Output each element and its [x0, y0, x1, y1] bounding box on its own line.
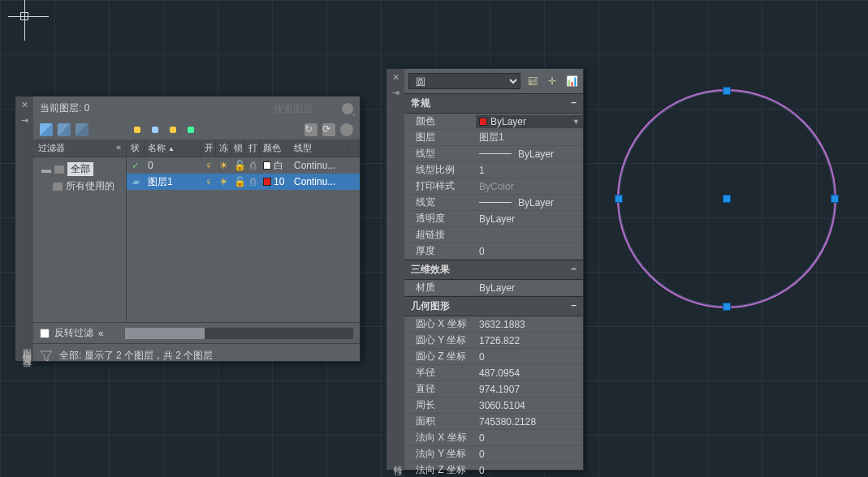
section-geometry[interactable]: 几何图形 – [404, 296, 583, 316]
object-type-dropdown[interactable]: 圆 [408, 73, 520, 89]
prop-row-ltscale[interactable]: 线型比例1 [404, 162, 583, 178]
printer-icon[interactable]: ⎙ [245, 176, 260, 187]
quick-calc-icon[interactable]: 📊 [564, 74, 579, 88]
props-panel-title: 特性 [386, 458, 404, 462]
pin-icon[interactable]: ⇥ [21, 115, 28, 126]
prop-row-normalz[interactable]: 法向 Z 坐标0 [404, 462, 583, 477]
prop-row-transparency[interactable]: 透明度ByLayer [404, 211, 583, 227]
settings-icon[interactable] [340, 123, 353, 136]
close-icon[interactable]: ✕ [392, 72, 399, 83]
layer-state-icon-1[interactable] [131, 123, 144, 136]
tree-used-label: 所有使用的 [66, 179, 114, 193]
layer-panel-titlebar[interactable]: ✕ ⇥ [15, 97, 33, 361]
quick-select-icon[interactable]: 🗟 [525, 74, 540, 88]
prop-row-material[interactable]: 材质ByLayer [404, 280, 583, 296]
prop-row-diameter[interactable]: 直径974.1907 [404, 381, 583, 398]
grip-top[interactable] [723, 87, 731, 95]
prop-row-thickness[interactable]: 厚度0 [404, 243, 583, 260]
prop-row-centery[interactable]: 圆心 Y 坐标1726.822 [404, 333, 583, 349]
bulb-icon[interactable]: ♀ [201, 160, 216, 171]
prop-row-circumference[interactable]: 周长3060.5104 [404, 398, 583, 414]
prop-row-linetype[interactable]: 线型ByLayer [404, 146, 583, 162]
tree-all-label: 全部 [67, 162, 93, 176]
filter-collapse-icon[interactable]: « [116, 142, 121, 154]
new-layer-vp-icon[interactable] [58, 123, 71, 136]
layer-name: 图层1 [145, 175, 201, 189]
bulb-icon[interactable]: ♀ [201, 176, 216, 187]
col-lock[interactable]: 锁 [231, 140, 245, 157]
layer-row[interactable]: ✓ 0 ♀ ☀ 🔓 ⎙ 白 Continu... [127, 157, 360, 174]
close-icon[interactable]: ✕ [21, 100, 28, 110]
current-layer-label: 当前图层: 0 [40, 101, 89, 115]
section-general[interactable]: 常规 – [404, 93, 583, 114]
tree-used[interactable]: 所有使用的 [37, 178, 123, 195]
prop-row-centerz[interactable]: 圆心 Z 坐标0 [404, 349, 583, 365]
prop-row-lineweight[interactable]: 线宽ByLayer [404, 195, 583, 211]
canvas-circle-selection[interactable] [617, 89, 836, 308]
line-sample-icon [479, 202, 512, 203]
toggle-icon[interactable]: ⟳ [322, 123, 335, 136]
col-plot[interactable]: 打 [245, 140, 260, 157]
lock-icon[interactable]: 🔓 [231, 176, 245, 187]
layer-properties-panel: ✕ ⇥ 图层特性管理器 当前图层: 0 ↻ ⟳ 过滤器 « [32, 96, 361, 362]
invert-filter-checkbox[interactable] [40, 329, 50, 338]
prop-row-centerx[interactable]: 圆心 X 坐标3632.1883 [404, 316, 583, 333]
color-swatch[interactable] [263, 178, 271, 186]
prop-row-normaly[interactable]: 法向 Y 坐标0 [404, 446, 583, 462]
prop-row-hyperlink[interactable]: 超链接 [404, 227, 583, 243]
filter-column: 过滤器 « ▬ 全部 所有使用的 [33, 140, 127, 322]
invert-collapse-icon[interactable]: « [98, 328, 104, 339]
col-status[interactable]: 状 [127, 140, 145, 157]
linetype-value[interactable]: Continu... [291, 160, 348, 171]
prop-row-area[interactable]: 面积745380.2128 [404, 414, 583, 430]
section-3d-effects[interactable]: 三维效果 – [404, 260, 583, 280]
folder-icon [54, 165, 64, 174]
collapse-icon[interactable]: – [571, 263, 577, 277]
layer-search-input[interactable] [274, 103, 339, 114]
sun-icon[interactable]: ☀ [216, 160, 231, 171]
search-icon[interactable] [342, 103, 353, 114]
props-panel-titlebar[interactable]: ✕ ⇥ [386, 69, 404, 470]
linetype-value[interactable]: Continu... [291, 176, 348, 187]
refresh-icon[interactable]: ↻ [304, 123, 317, 136]
grip-bottom[interactable] [723, 303, 731, 311]
folder-icon [53, 183, 63, 191]
col-on[interactable]: 开 [201, 140, 216, 157]
layer-name: 0 [145, 160, 201, 171]
tree-root[interactable]: ▬ 全部 [37, 161, 123, 178]
layer-state-icon-2[interactable] [149, 123, 162, 136]
layer-row[interactable]: ▰ 图层1 ♀ ☀ 🔓 ⎙ 10 Continu... [127, 174, 360, 190]
col-color[interactable]: 颜色 [260, 140, 291, 157]
col-freeze[interactable]: 冻 [216, 140, 231, 157]
horizontal-scrollbar[interactable] [125, 328, 353, 339]
layer-status-icon: ▰ [132, 176, 140, 187]
circle-entity[interactable] [617, 89, 836, 308]
chevron-down-icon[interactable]: ▼ [572, 118, 580, 126]
prop-row-layer[interactable]: 图层图层1 [404, 130, 583, 146]
delete-layer-icon[interactable] [76, 123, 89, 136]
check-icon: ✓ [132, 160, 140, 171]
layer-toolbar: ↻ ⟳ [33, 120, 360, 140]
sun-icon[interactable]: ☀ [216, 176, 231, 187]
new-layer-icon[interactable] [40, 123, 53, 136]
select-objects-icon[interactable]: ✛ [545, 74, 559, 88]
grip-right[interactable] [831, 195, 839, 203]
collapse-icon[interactable]: – [571, 97, 577, 110]
grip-center[interactable] [723, 195, 731, 203]
prop-row-radius[interactable]: 半径487.0954 [404, 365, 583, 381]
prop-row-color[interactable]: 颜色 ByLayer▼ [404, 114, 583, 130]
properties-panel: ✕ ⇥ 特性 圆 🗟 ✛ 📊 常规 – 颜色 ByLayer▼ 图层图层1 线型… [404, 68, 584, 471]
col-name[interactable]: 名称 ▲ [145, 140, 201, 157]
layer-state-icon-4[interactable] [184, 123, 197, 136]
prop-row-normalx[interactable]: 法向 X 坐标0 [404, 430, 583, 446]
line-sample-icon [479, 153, 512, 154]
grip-left[interactable] [615, 195, 623, 203]
col-linetype[interactable]: 线型 [291, 140, 348, 157]
collapse-icon[interactable]: – [571, 299, 577, 313]
printer-icon[interactable]: ⎙ [245, 160, 260, 171]
color-swatch[interactable] [263, 161, 271, 170]
prop-row-plotstyle[interactable]: 打印样式ByColor [404, 178, 583, 195]
layer-state-icon-3[interactable] [166, 123, 179, 136]
pin-icon[interactable]: ⇥ [392, 88, 399, 98]
lock-icon[interactable]: 🔓 [231, 160, 245, 171]
